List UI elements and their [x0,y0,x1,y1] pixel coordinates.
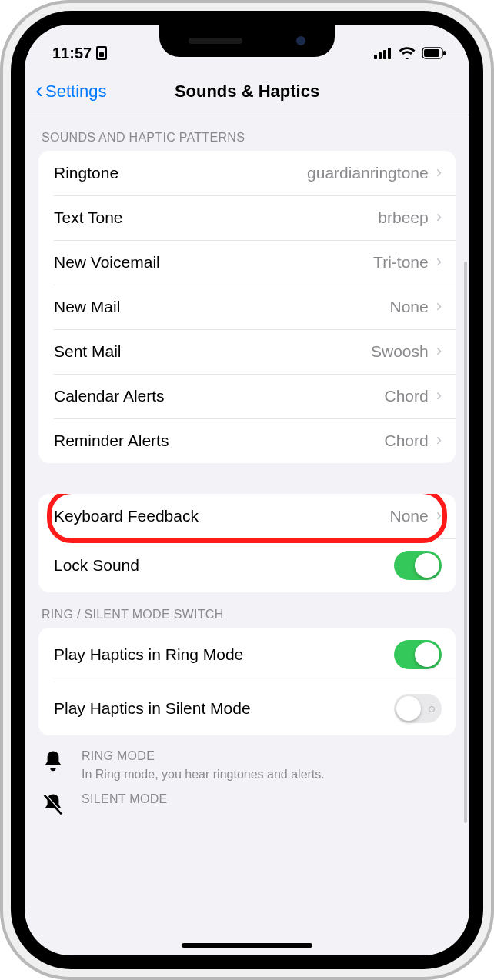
wifi-icon [399,47,416,59]
back-button[interactable]: ‹ Settings [35,82,107,102]
row-label: New Voicemail [54,253,373,272]
row-value: brbeep [378,208,428,227]
row-haptics-ring[interactable]: Play Haptics in Ring Mode [38,628,456,682]
row-label: Ringtone [54,164,307,182]
notch [159,25,335,57]
info-title: RING MODE [82,749,325,763]
group-feedback: Keyboard Feedback None › Lock Sound [38,494,456,592]
row-label: Reminder Alerts [54,432,384,450]
row-label: Keyboard Feedback [54,507,389,525]
phone-frame: 11:57 ‹ Settings Sounds & Haptics S [0,0,494,980]
svg-rect-2 [383,50,386,59]
info-silent-mode: SILENT MODE [25,786,469,822]
home-indicator[interactable] [182,943,312,948]
chevron-right-icon: › [436,430,442,450]
row-label: Play Haptics in Silent Mode [54,699,394,718]
content-scroll[interactable]: SOUNDS AND HAPTIC PATTERNS Ringtone guar… [25,115,469,955]
svg-rect-0 [374,55,377,59]
row-label: Sent Mail [54,342,371,361]
chevron-right-icon: › [436,252,442,272]
row-reminder-alerts[interactable]: Reminder Alerts Chord › [38,418,456,463]
svg-rect-3 [388,48,391,59]
section-header-ringsilent: RING / SILENT MODE SWITCH [25,592,469,628]
row-value: Chord [384,387,428,405]
scrollbar[interactable] [464,262,467,823]
lock-sound-toggle[interactable] [394,551,442,580]
row-label: Play Haptics in Ring Mode [54,645,394,664]
row-label: New Mail [54,298,389,316]
info-body: In Ring mode, you hear ringtones and ale… [82,768,325,782]
row-sent-mail[interactable]: Sent Mail Swoosh › [38,329,456,374]
volume-up-button [0,208,2,269]
page-title: Sounds & Haptics [175,82,319,102]
nav-bar: ‹ Settings Sounds & Haptics [25,68,469,115]
row-value: Swoosh [371,342,429,361]
haptics-ring-toggle[interactable] [394,640,442,669]
group-patterns: Ringtone guardianringtone › Text Tone br… [38,151,456,463]
row-label: Text Tone [54,208,378,227]
info-ring-mode: RING MODE In Ring mode, you hear rington… [25,735,469,786]
volume-down-button [0,285,2,346]
row-new-mail[interactable]: New Mail None › [38,285,456,329]
back-label: Settings [45,82,107,102]
chevron-right-icon: › [436,505,442,525]
row-keyboard-feedback[interactable]: Keyboard Feedback None › [38,494,456,538]
status-time: 11:57 [52,45,92,62]
row-calendar-alerts[interactable]: Calendar Alerts Chord › [38,374,456,418]
row-ringtone[interactable]: Ringtone guardianringtone › [38,151,456,195]
row-new-voicemail[interactable]: New Voicemail Tri-tone › [38,240,456,285]
group-ringsilent: Play Haptics in Ring Mode Play Haptics i… [38,628,456,735]
svg-rect-6 [443,51,446,55]
screen: 11:57 ‹ Settings Sounds & Haptics S [25,25,469,955]
chevron-left-icon: ‹ [35,78,43,102]
sim-icon [96,46,107,60]
row-value: None [389,507,428,525]
svg-rect-5 [424,49,439,57]
bell-slash-icon [42,792,68,817]
info-title: SILENT MODE [82,792,167,806]
row-lock-sound[interactable]: Lock Sound [38,538,456,592]
row-label: Calendar Alerts [54,387,384,405]
chevron-right-icon: › [436,385,442,405]
haptics-silent-toggle[interactable] [394,694,442,723]
row-value: Chord [384,432,428,450]
chevron-right-icon: › [436,341,442,361]
row-value: None [389,298,428,316]
row-haptics-silent[interactable]: Play Haptics in Silent Mode [38,682,456,735]
section-header-patterns: SOUNDS AND HAPTIC PATTERNS [25,115,469,151]
bell-icon [42,749,68,774]
cellular-icon [374,47,392,59]
chevron-right-icon: › [436,162,442,182]
mute-switch [0,154,2,185]
row-label: Lock Sound [54,556,394,575]
chevron-right-icon: › [436,207,442,227]
chevron-right-icon: › [436,296,442,316]
row-text-tone[interactable]: Text Tone brbeep › [38,195,456,240]
svg-rect-1 [379,52,382,59]
row-value: Tri-tone [373,253,429,272]
row-value: guardianringtone [307,164,429,182]
battery-icon [422,47,446,59]
